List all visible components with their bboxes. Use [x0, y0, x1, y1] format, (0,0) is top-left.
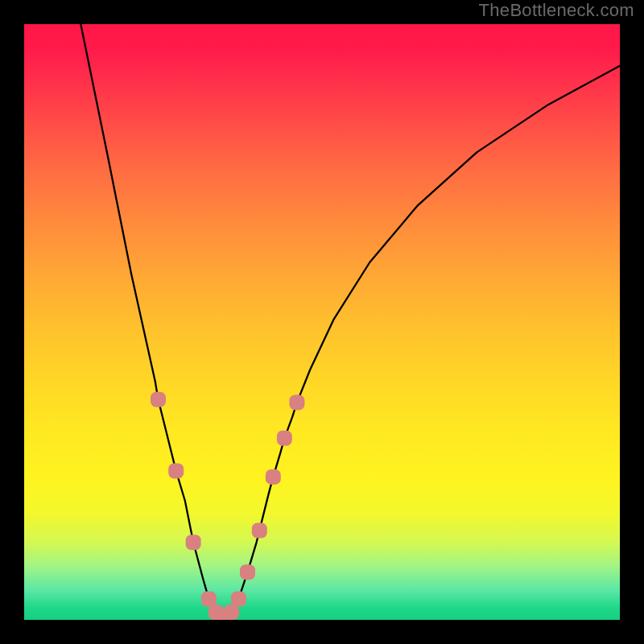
marker-point [224, 605, 239, 620]
marker-point [231, 592, 246, 607]
marker-point [252, 523, 267, 539]
watermark-text: TheBottleneck.com [479, 0, 634, 21]
plot-area [24, 24, 620, 620]
bottleneck-curve [80, 24, 620, 617]
marker-point [168, 464, 184, 479]
marker-point [186, 535, 201, 550]
marker-point [151, 392, 166, 407]
chart-svg [24, 24, 620, 620]
marker-point [240, 564, 255, 580]
marker-point [201, 592, 217, 607]
marker-point [277, 431, 292, 446]
marker-point [266, 469, 281, 485]
marker-point [289, 394, 304, 410]
curve-markers [151, 392, 304, 620]
